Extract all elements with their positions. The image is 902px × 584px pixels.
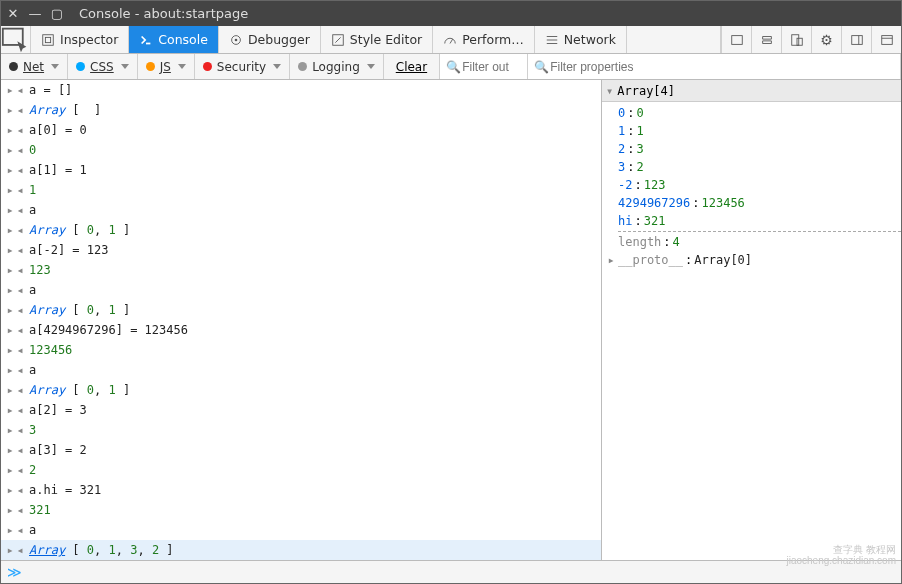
filter-output-input[interactable] xyxy=(462,60,521,74)
property-key: -2 xyxy=(618,178,632,192)
console-input-row[interactable]: ▸◂a = [] xyxy=(1,80,601,100)
close-icon[interactable]: ✕ xyxy=(7,8,19,20)
tab-network[interactable]: Network xyxy=(535,26,627,53)
svg-point-5 xyxy=(235,38,238,41)
svg-rect-2 xyxy=(45,37,50,42)
console-output-row[interactable]: ▸◂Array [ 0, 1, 3, 2 ] xyxy=(1,540,601,560)
object-body[interactable]: 0: 01: 12: 33: 2-2: 1234294967296: 12345… xyxy=(602,102,901,560)
filter-logging[interactable]: Logging xyxy=(290,54,384,79)
svg-line-7 xyxy=(450,39,453,43)
console-output-row[interactable]: ▸◂1 xyxy=(1,180,601,200)
property-value: 2 xyxy=(636,160,643,174)
tab-debugger[interactable]: Debugger xyxy=(219,26,321,53)
search-icon: 🔍 xyxy=(534,60,546,74)
console-output-row[interactable]: ▸◂3 xyxy=(1,420,601,440)
svg-rect-0 xyxy=(3,29,23,45)
property-row[interactable]: 3: 2 xyxy=(618,158,901,176)
expand-icon: ▸ xyxy=(5,323,15,337)
console-input-row[interactable]: ▸◂a xyxy=(1,520,601,540)
tab-perf-label: Perform… xyxy=(462,32,524,47)
console-input-row[interactable]: ▸◂a[4294967296] = 123456 xyxy=(1,320,601,340)
console-input-row[interactable]: ▸◂a[-2] = 123 xyxy=(1,240,601,260)
property-row-proto[interactable]: ▸__proto__: Array[0] xyxy=(606,251,901,269)
dock-window-button[interactable] xyxy=(871,26,901,53)
arrow-left-icon: ◂ xyxy=(15,143,25,157)
expand-icon: ▸ xyxy=(5,183,15,197)
console-input-row[interactable]: ▸◂a[1] = 1 xyxy=(1,160,601,180)
inspector-icon xyxy=(41,33,55,47)
dock-side-button[interactable] xyxy=(841,26,871,53)
console-output-row[interactable]: ▸◂321 xyxy=(1,500,601,520)
svg-rect-12 xyxy=(791,34,798,45)
tab-console[interactable]: Console xyxy=(129,26,219,53)
console-output-row[interactable]: ▸◂Array [ 0, 1 ] xyxy=(1,220,601,240)
console-input-row[interactable]: ▸◂a[3] = 2 xyxy=(1,440,601,460)
property-row[interactable]: hi: 321 xyxy=(618,212,901,230)
console-input-row[interactable]: ▸◂a.hi = 321 xyxy=(1,480,601,500)
filter-css[interactable]: CSS xyxy=(68,54,138,79)
property-row[interactable]: 1: 1 xyxy=(618,122,901,140)
row-content: 123 xyxy=(25,263,601,277)
property-value: 4 xyxy=(673,235,680,249)
expand-icon: ▸ xyxy=(5,523,15,537)
settings-button[interactable]: ⚙ xyxy=(811,26,841,53)
console-output-row[interactable]: ▸◂Array [ ] xyxy=(1,100,601,120)
expand-icon: ▸ xyxy=(5,443,15,457)
pick-element-button[interactable] xyxy=(1,26,31,53)
filter-security[interactable]: Security xyxy=(195,54,290,79)
responsive-button[interactable] xyxy=(781,26,811,53)
filter-js[interactable]: JS xyxy=(138,54,195,79)
console-output[interactable]: ▸◂a = []▸◂Array [ ]▸◂a[0] = 0▸◂0▸◂a[1] =… xyxy=(1,80,601,560)
arrow-left-icon: ◂ xyxy=(15,543,25,557)
property-key: __proto__ xyxy=(618,253,683,267)
property-row[interactable]: -2: 123 xyxy=(618,176,901,194)
expand-icon: ▸ xyxy=(5,343,15,357)
console-input-row[interactable]: ▸◂a xyxy=(1,360,601,380)
console-prompt[interactable]: ≫ xyxy=(1,561,901,583)
filter-properties-input[interactable] xyxy=(550,60,894,74)
property-value: 0 xyxy=(636,106,643,120)
tab-performance[interactable]: Perform… xyxy=(433,26,535,53)
console-input-row[interactable]: ▸◂a[2] = 3 xyxy=(1,400,601,420)
console-output-row[interactable]: ▸◂123 xyxy=(1,260,601,280)
tab-style-editor[interactable]: Style Editor xyxy=(321,26,433,53)
arrow-left-icon: ◂ xyxy=(15,203,25,217)
arrow-left-icon: ◂ xyxy=(15,323,25,337)
clear-button[interactable]: Clear xyxy=(384,54,440,79)
object-header[interactable]: ▾ Array[4] xyxy=(602,80,901,102)
console-output-row[interactable]: ▸◂0 xyxy=(1,140,601,160)
js-dot-icon xyxy=(146,62,155,71)
maximize-icon[interactable]: ▢ xyxy=(51,8,63,20)
row-content: Array [ ] xyxy=(25,103,601,117)
property-value: 123456 xyxy=(701,196,744,210)
row-content: a[1] = 1 xyxy=(25,163,601,177)
console-output-row[interactable]: ▸◂123456 xyxy=(1,340,601,360)
expand-icon: ▸ xyxy=(5,363,15,377)
property-row-length[interactable]: length: 4 xyxy=(618,233,901,251)
property-row[interactable]: 2: 3 xyxy=(618,140,901,158)
console-output-row[interactable]: ▸◂Array [ 0, 1 ] xyxy=(1,380,601,400)
row-content: a[0] = 0 xyxy=(25,123,601,137)
window-title: Console - about:startpage xyxy=(79,6,248,21)
property-row[interactable]: 4294967296: 123456 xyxy=(618,194,901,212)
tab-inspector[interactable]: Inspector xyxy=(31,26,129,53)
console-input-row[interactable]: ▸◂a xyxy=(1,200,601,220)
filter-net[interactable]: Net xyxy=(1,54,68,79)
property-row[interactable]: 0: 0 xyxy=(618,104,901,122)
minimize-icon[interactable]: — xyxy=(29,8,41,20)
filter-output-field[interactable]: 🔍 xyxy=(440,54,528,79)
property-key: length xyxy=(618,235,661,249)
expand-icon: ▸ xyxy=(5,423,15,437)
row-content: a xyxy=(25,203,601,217)
chevron-down-icon xyxy=(273,64,281,69)
prompt-icon: ≫ xyxy=(7,564,22,580)
storage-button[interactable] xyxy=(751,26,781,53)
filter-properties-field[interactable]: 🔍 xyxy=(528,54,901,79)
console-input-row[interactable]: ▸◂a[0] = 0 xyxy=(1,120,601,140)
tab-inspector-label: Inspector xyxy=(60,32,118,47)
console-input-row[interactable]: ▸◂a xyxy=(1,280,601,300)
frame-select-button[interactable] xyxy=(721,26,751,53)
console-output-row[interactable]: ▸◂Array [ 0, 1 ] xyxy=(1,300,601,320)
console-output-row[interactable]: ▸◂2 xyxy=(1,460,601,480)
property-key: hi xyxy=(618,214,632,228)
